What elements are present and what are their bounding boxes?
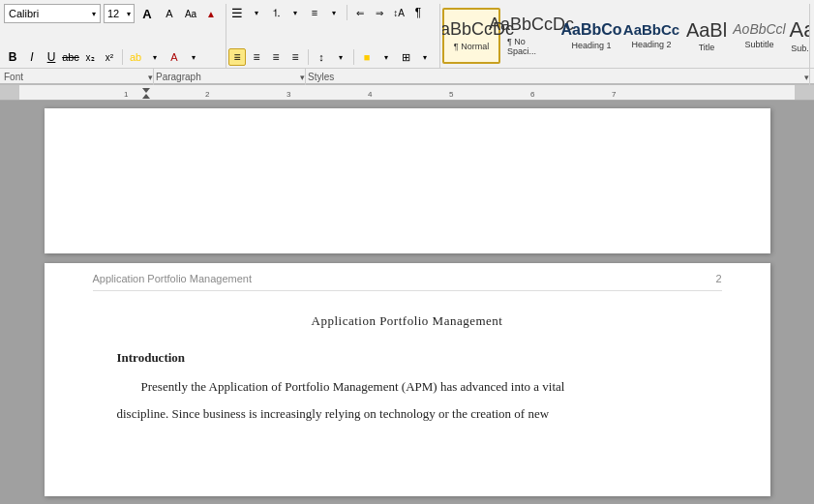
ruler-mark-4: 4	[368, 90, 372, 99]
document-area: Application Portfolio Management 2 Appli…	[0, 101, 814, 504]
strikethrough-btn[interactable]: abc	[62, 48, 79, 66]
decrease-indent-btn[interactable]: ⇐	[351, 4, 369, 21]
ruler-mark-6: 6	[530, 90, 534, 99]
ruler-mark-5: 5	[449, 90, 453, 99]
ruler-mark-7: 7	[612, 90, 616, 99]
line-spacing-btn[interactable]: ↕	[313, 48, 330, 66]
style-normal-label: ¶ Normal	[454, 42, 489, 51]
style-heading2[interactable]: AaBbCc Heading 2	[622, 8, 680, 64]
font-color-dropdown[interactable]: ▾	[185, 48, 202, 66]
style-title-label: Title	[699, 43, 715, 52]
ruler-indent-top[interactable]	[142, 88, 150, 93]
multilevel-dropdown[interactable]: ▾	[325, 4, 343, 21]
ruler: 1 2 3 4 5 6 7	[0, 85, 814, 101]
borders-btn[interactable]: ⊞	[397, 48, 414, 66]
font-group: Calibri ▾ 12 ▾ A A Aa ▲ B I	[4, 4, 226, 68]
style-sub2[interactable]: Aa Sub...	[788, 8, 810, 64]
style-heading1[interactable]: AaBbCo Heading 1	[562, 8, 620, 64]
page-content[interactable]: Application Portfolio Management Introdu…	[45, 291, 770, 444]
styles-group: AaBbCcDc ¶ Normal AaBbCcDc ¶ No Spaci...…	[442, 4, 810, 68]
ruler-mark-3: 3	[286, 90, 290, 99]
bullets-btn[interactable]: ☰	[228, 4, 246, 21]
style-title-preview: AaBl	[686, 19, 727, 41]
page-2[interactable]: Application Portfolio Management 2 Appli…	[45, 263, 770, 496]
change-case-btn[interactable]: Aa	[182, 5, 199, 22]
style-heading1-label: Heading 1	[571, 41, 611, 50]
subscript-btn[interactable]: x₂	[81, 48, 99, 66]
text-highlight-btn[interactable]: ab	[127, 48, 144, 66]
ruler-mark-2: 2	[205, 90, 209, 99]
page-header: Application Portfolio Management 2	[45, 263, 770, 290]
increase-indent-btn[interactable]: ⇒	[371, 4, 388, 21]
style-sub2-label: Sub...	[791, 44, 810, 53]
font-color-btn[interactable]: A	[166, 48, 183, 66]
style-heading1-preview: AaBbCo	[560, 21, 621, 39]
style-no-spacing[interactable]: AaBbCcDc ¶ No Spaci...	[502, 8, 560, 64]
align-right-btn[interactable]: ≡	[267, 48, 285, 66]
font-size-arrow[interactable]: ▾	[127, 10, 131, 18]
ruler-indent-bottom[interactable]	[142, 94, 150, 99]
ruler-mark-1: 1	[124, 90, 128, 99]
style-title[interactable]: AaBl Title	[682, 8, 731, 64]
style-subtitle-label: Subtitle	[744, 40, 773, 49]
header-page-num: 2	[715, 273, 721, 284]
font-size-input[interactable]: 12 ▾	[104, 4, 135, 23]
text-highlight-dropdown[interactable]: ▾	[146, 48, 164, 66]
shading-dropdown[interactable]: ▾	[377, 48, 395, 66]
font-grow-btn[interactable]: A	[137, 4, 157, 23]
style-subtitle[interactable]: AoBbCcl Subtitle	[733, 8, 786, 64]
styles-section-label: Styles ▾	[308, 69, 810, 85]
bold-btn[interactable]: B	[4, 48, 21, 66]
font-name-input[interactable]: Calibri ▾	[4, 4, 101, 23]
header-text: Application Portfolio Management	[93, 273, 252, 284]
justify-btn[interactable]: ≡	[286, 48, 304, 66]
bullets-dropdown[interactable]: ▾	[248, 4, 265, 21]
borders-dropdown[interactable]: ▾	[416, 48, 434, 66]
shading-btn[interactable]: ■	[358, 48, 376, 66]
paragraph-1: Presently the Application of Portfolio M…	[117, 376, 698, 398]
numbering-dropdown[interactable]: ▾	[286, 4, 304, 21]
page-1[interactable]	[45, 108, 770, 253]
clear-format-btn[interactable]: ▲	[202, 5, 220, 22]
numbering-btn[interactable]: ⒈	[267, 4, 285, 21]
paragraph-group: ☰ ▾ ⒈ ▾ ≡ ▾ ⇐ ⇒ ↕A ¶ ≡ ≡ ≡ ≡	[228, 4, 440, 68]
doc-title: Application Portfolio Management	[117, 311, 698, 332]
style-heading2-preview: AaBbCc	[623, 22, 679, 39]
font-dropdown-arrow[interactable]: ▾	[92, 10, 96, 18]
paragraph-2: discipline. Since business is increasing…	[117, 403, 698, 425]
style-no-spacing-label: ¶ No Spaci...	[507, 37, 556, 56]
superscript-btn[interactable]: x²	[101, 48, 118, 66]
style-sub2-preview: Aa	[790, 18, 810, 42]
sort-btn[interactable]: ↕A	[390, 4, 407, 21]
style-heading2-label: Heading 2	[631, 40, 671, 49]
font-section-label: Font ▾	[4, 69, 154, 85]
intro-heading: Introduction	[117, 347, 698, 369]
align-center-btn[interactable]: ≡	[248, 48, 265, 66]
paragraph-section-label: Paragraph ▾	[156, 69, 306, 85]
italic-btn[interactable]: I	[23, 48, 41, 66]
style-subtitle-preview: AoBbCcl	[733, 22, 785, 37]
line-spacing-dropdown[interactable]: ▾	[332, 48, 349, 66]
show-hide-btn[interactable]: ¶	[409, 4, 427, 21]
font-shrink-btn[interactable]: A	[160, 4, 179, 23]
underline-btn[interactable]: U	[43, 48, 60, 66]
align-left-btn[interactable]: ≡	[228, 48, 246, 66]
multilevel-btn[interactable]: ≡	[306, 4, 323, 21]
